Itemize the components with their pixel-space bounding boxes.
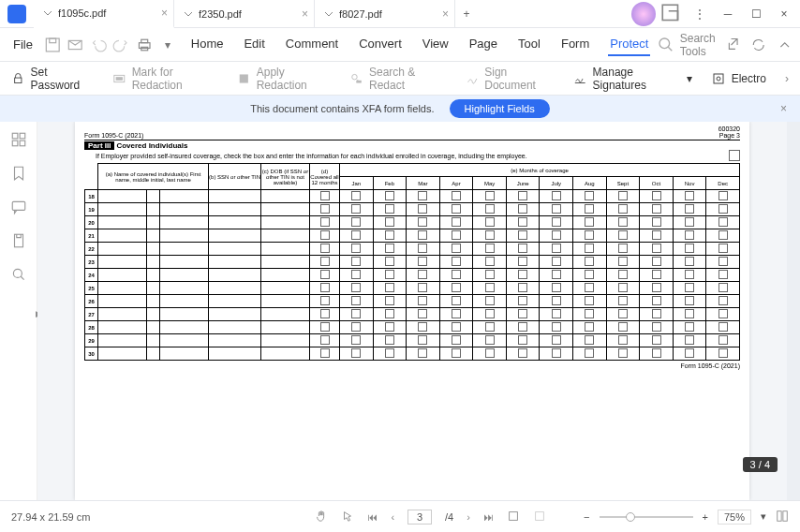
month-checkbox[interactable]	[340, 308, 374, 321]
covered-all-checkbox[interactable]	[310, 308, 340, 321]
month-checkbox[interactable]	[606, 334, 640, 347]
month-checkbox[interactable]	[473, 347, 507, 361]
month-checkbox[interactable]	[439, 216, 473, 229]
month-checkbox[interactable]	[340, 269, 374, 282]
covered-all-checkbox[interactable]	[310, 216, 340, 229]
month-checkbox[interactable]	[673, 190, 706, 203]
last-name-field[interactable]	[160, 216, 209, 229]
month-checkbox[interactable]	[706, 282, 740, 295]
month-checkbox[interactable]	[373, 243, 407, 256]
month-checkbox[interactable]	[439, 321, 473, 334]
first-name-field[interactable]	[98, 295, 147, 308]
month-checkbox[interactable]	[439, 229, 473, 243]
ssn-field[interactable]	[209, 243, 261, 256]
covered-all-checkbox[interactable]	[310, 229, 340, 243]
month-checkbox[interactable]	[606, 321, 640, 334]
month-checkbox[interactable]	[540, 295, 573, 308]
sign-document-button[interactable]: Sign Document	[466, 66, 555, 92]
menu-view[interactable]: View	[421, 33, 451, 56]
month-checkbox[interactable]	[673, 229, 706, 243]
covered-all-checkbox[interactable]	[310, 347, 340, 361]
maximize-button[interactable]: ☐	[744, 2, 768, 26]
last-name-field[interactable]	[160, 295, 209, 308]
month-checkbox[interactable]	[439, 203, 473, 216]
covered-all-checkbox[interactable]	[310, 334, 340, 347]
month-checkbox[interactable]	[407, 334, 440, 347]
zoom-value[interactable]: 75%	[718, 510, 751, 525]
month-checkbox[interactable]	[640, 282, 674, 295]
search-tools[interactable]: Search Tools	[656, 32, 715, 58]
month-checkbox[interactable]	[706, 308, 740, 321]
month-checkbox[interactable]	[706, 256, 740, 269]
menu-protect[interactable]: Protect	[608, 33, 650, 56]
month-checkbox[interactable]	[540, 229, 573, 243]
mark-redaction-button[interactable]: Mark for Redaction	[112, 66, 218, 92]
month-checkbox[interactable]	[606, 256, 640, 269]
last-name-field[interactable]	[160, 203, 209, 216]
month-checkbox[interactable]	[573, 321, 607, 334]
close-icon[interactable]: ×	[442, 7, 449, 21]
month-checkbox[interactable]	[373, 282, 407, 295]
ssn-field[interactable]	[209, 256, 261, 269]
month-checkbox[interactable]	[407, 269, 440, 282]
month-checkbox[interactable]	[706, 295, 740, 308]
month-checkbox[interactable]	[373, 295, 407, 308]
month-checkbox[interactable]	[473, 334, 507, 347]
zoom-slider[interactable]	[600, 516, 693, 518]
menu-form[interactable]: Form	[559, 33, 591, 56]
month-checkbox[interactable]	[373, 216, 407, 229]
month-checkbox[interactable]	[706, 243, 740, 256]
close-icon[interactable]: ×	[780, 102, 787, 115]
tab-f1095c[interactable]: f1095c.pdf ×	[34, 0, 174, 28]
month-checkbox[interactable]	[673, 203, 706, 216]
view-mode-icon[interactable]	[776, 510, 789, 525]
zoom-dropdown-icon[interactable]: ▾	[761, 510, 766, 523]
electronic-sign-button[interactable]: Electro	[711, 71, 766, 86]
close-icon[interactable]: ×	[302, 7, 308, 21]
month-checkbox[interactable]	[673, 334, 706, 347]
month-checkbox[interactable]	[506, 347, 540, 361]
month-checkbox[interactable]	[340, 203, 374, 216]
month-checkbox[interactable]	[473, 295, 507, 308]
month-checkbox[interactable]	[506, 321, 540, 334]
month-checkbox[interactable]	[706, 321, 740, 334]
highlight-fields-button[interactable]: Highlight Fields	[450, 99, 550, 118]
apply-redaction-button[interactable]: Apply Redaction	[237, 66, 331, 92]
month-checkbox[interactable]	[606, 243, 640, 256]
month-checkbox[interactable]	[540, 282, 573, 295]
collapse-icon[interactable]	[777, 34, 793, 56]
month-checkbox[interactable]	[573, 203, 607, 216]
month-checkbox[interactable]	[606, 190, 640, 203]
month-checkbox[interactable]	[340, 282, 374, 295]
month-checkbox[interactable]	[640, 347, 674, 361]
dob-field[interactable]	[261, 334, 310, 347]
month-checkbox[interactable]	[506, 256, 540, 269]
month-checkbox[interactable]	[473, 308, 507, 321]
ssn-field[interactable]	[209, 321, 261, 334]
month-checkbox[interactable]	[540, 334, 573, 347]
month-checkbox[interactable]	[606, 282, 640, 295]
covered-all-checkbox[interactable]	[310, 269, 340, 282]
month-checkbox[interactable]	[473, 321, 507, 334]
ai-icon[interactable]	[631, 2, 656, 26]
last-name-field[interactable]	[160, 243, 209, 256]
close-icon[interactable]: ×	[161, 7, 168, 20]
mi-field[interactable]	[147, 282, 160, 295]
month-checkbox[interactable]	[340, 190, 374, 203]
month-checkbox[interactable]	[439, 295, 473, 308]
fit-width-icon[interactable]	[533, 510, 546, 525]
month-checkbox[interactable]	[673, 282, 706, 295]
dob-field[interactable]	[261, 347, 310, 361]
covered-all-checkbox[interactable]	[310, 203, 340, 216]
month-checkbox[interactable]	[540, 216, 573, 229]
month-checkbox[interactable]	[640, 190, 674, 203]
attachment-icon[interactable]	[10, 232, 27, 249]
month-checkbox[interactable]	[640, 334, 674, 347]
month-checkbox[interactable]	[407, 190, 440, 203]
month-checkbox[interactable]	[373, 269, 407, 282]
ssn-field[interactable]	[209, 308, 261, 321]
right-scrollbar[interactable]	[787, 122, 800, 500]
month-checkbox[interactable]	[340, 229, 374, 243]
dob-field[interactable]	[261, 295, 310, 308]
month-checkbox[interactable]	[606, 295, 640, 308]
